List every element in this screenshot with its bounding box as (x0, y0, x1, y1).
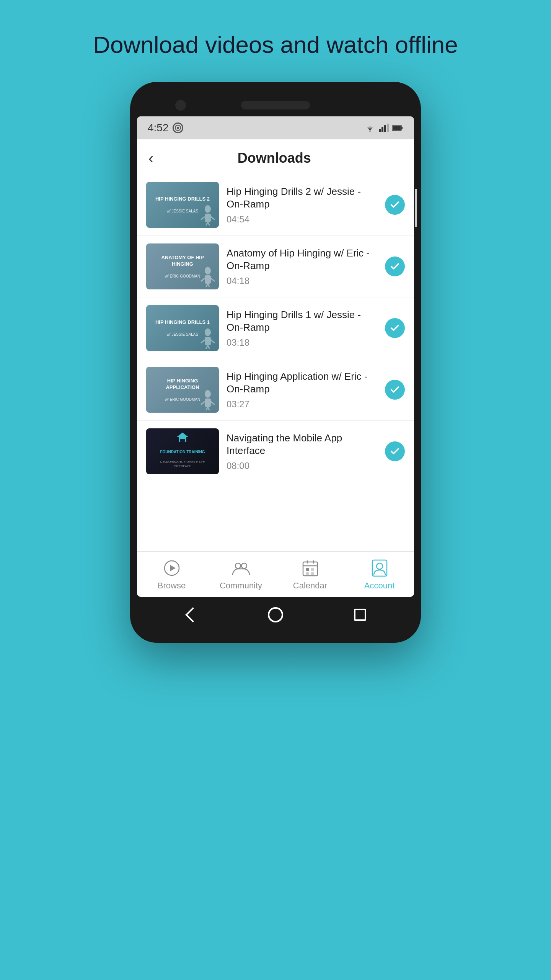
svg-rect-41 (303, 562, 318, 576)
svg-rect-6 (387, 124, 389, 132)
svg-rect-11 (205, 214, 211, 222)
video-list: HIP HINGING DRILLS 2 w/ JESSIE SALAS (137, 174, 414, 482)
video-duration: 03:27 (227, 399, 377, 410)
svg-line-12 (201, 217, 205, 220)
video-thumbnail: HIP HINGING DRILLS 1 w/ JESSIE SALAS (146, 305, 219, 351)
video-title: Hip Hinging Drills 2 w/ Jessie - On-Ramp (227, 185, 377, 211)
phone-screen: 4:52 (137, 116, 414, 597)
status-app-icon (173, 122, 183, 133)
status-right (364, 124, 403, 132)
svg-line-24 (201, 340, 205, 343)
nav-item-browse[interactable]: Browse (147, 559, 197, 591)
header-title: Downloads (161, 150, 387, 166)
svg-point-16 (205, 267, 211, 274)
svg-rect-9 (393, 126, 401, 130)
phone-shell: 4:52 (130, 82, 421, 643)
signal-icon (379, 124, 389, 132)
video-item[interactable]: FOUNDATION TRAINING NAVIGATING THE MOBIL… (137, 421, 414, 482)
svg-line-18 (201, 278, 205, 281)
video-duration: 04:54 (227, 214, 377, 225)
svg-rect-4 (381, 127, 383, 132)
phone-camera (175, 100, 186, 111)
nav-item-account[interactable]: Account (355, 559, 404, 591)
thumbnail-text: FOUNDATION TRAINING (150, 446, 215, 457)
community-icon (231, 559, 251, 578)
svg-point-40 (241, 563, 247, 568)
android-recents-button[interactable] (350, 605, 370, 624)
thumbnail-sub: NAVIGATING THE MOBILE APP INTERFACE (150, 457, 215, 472)
svg-rect-35 (180, 439, 185, 442)
calendar-icon (301, 559, 320, 578)
video-title: Hip Hinging Drills 1 w/ Jessie - On-Ramp (227, 309, 377, 335)
svg-rect-47 (306, 572, 309, 575)
video-title: Navigating the Mobile App Interface (227, 432, 377, 458)
svg-rect-5 (384, 125, 386, 132)
svg-line-15 (208, 222, 210, 225)
bottom-nav: Browse Community (137, 551, 414, 597)
back-button[interactable]: ‹ (148, 150, 153, 166)
svg-point-50 (377, 563, 383, 569)
phone-nav-buttons (137, 597, 414, 627)
video-title: Anatomy of Hip Hinging w/ Eric - On-Ramp (227, 247, 377, 273)
status-left: 4:52 (148, 122, 183, 134)
app-content: ‹ Downloads HIP HINGING DRILLS 2 w/ JESS… (137, 139, 414, 597)
nav-label-account: Account (364, 581, 395, 591)
android-back-button[interactable] (181, 605, 201, 624)
nav-label-calendar: Calendar (293, 581, 327, 591)
thumbnail-text: HIP HINGING DRILLS 2 (152, 193, 213, 206)
video-item[interactable]: ANATOMY OF HIP HINGING w/ ERIC GOODMAN (137, 236, 414, 297)
video-duration: 03:18 (227, 337, 377, 348)
download-check-icon (385, 195, 405, 215)
svg-point-1 (177, 127, 179, 129)
nav-item-calendar[interactable]: Calendar (285, 559, 335, 591)
video-thumbnail: ANATOMY OF HIP HINGING w/ ERIC GOODMAN (146, 243, 219, 289)
browse-icon (162, 559, 181, 578)
page-background-title: Download videos and watch offline (70, 31, 481, 59)
svg-rect-3 (379, 129, 381, 132)
thumbnail-text: HIP HINGING DRILLS 1 (152, 316, 213, 329)
svg-rect-29 (205, 399, 211, 407)
video-item[interactable]: HIP HINGING DRILLS 1 w/ JESSIE SALAS (137, 297, 414, 359)
nav-label-community: Community (220, 581, 262, 591)
video-thumbnail: FOUNDATION TRAINING NAVIGATING THE MOBIL… (146, 428, 219, 474)
video-info: Hip Hinging Application w/ Eric - On-Ram… (227, 370, 377, 410)
svg-point-22 (205, 328, 211, 336)
svg-rect-45 (306, 568, 309, 571)
download-check-icon (385, 256, 405, 276)
video-item[interactable]: HIP HINGING APPLICATION w/ ERIC GOODMAN (137, 359, 414, 421)
svg-rect-46 (311, 568, 314, 571)
download-check-icon (385, 318, 405, 338)
svg-point-28 (205, 390, 211, 398)
video-duration: 08:00 (227, 461, 377, 471)
svg-line-13 (211, 217, 215, 220)
svg-line-21 (208, 284, 210, 287)
svg-marker-38 (170, 565, 176, 571)
svg-point-39 (235, 563, 241, 568)
svg-point-2 (370, 131, 371, 132)
status-time: 4:52 (148, 122, 169, 134)
video-duration: 04:18 (227, 276, 377, 286)
svg-line-27 (208, 345, 210, 349)
svg-rect-48 (311, 572, 314, 575)
svg-point-10 (205, 205, 211, 213)
svg-line-30 (201, 402, 205, 405)
wifi-icon (364, 124, 376, 132)
download-check-icon (385, 441, 405, 461)
video-info: Navigating the Mobile App Interface 08:0… (227, 432, 377, 472)
android-home-button[interactable] (266, 605, 285, 624)
download-check-icon (385, 380, 405, 400)
video-thumbnail: HIP HINGING DRILLS 2 w/ JESSIE SALAS (146, 182, 219, 228)
svg-line-19 (211, 278, 215, 281)
nav-item-community[interactable]: Community (216, 559, 266, 591)
empty-space (137, 482, 414, 551)
video-info: Anatomy of Hip Hinging w/ Eric - On-Ramp… (227, 247, 377, 287)
phone-top (137, 93, 414, 116)
svg-line-33 (208, 407, 210, 410)
video-item[interactable]: HIP HINGING DRILLS 2 w/ JESSIE SALAS (137, 174, 414, 236)
svg-rect-8 (401, 127, 403, 129)
video-info: Hip Hinging Drills 2 w/ Jessie - On-Ramp… (227, 185, 377, 225)
scroll-indicator (415, 189, 417, 227)
svg-rect-17 (205, 275, 211, 284)
video-info: Hip Hinging Drills 1 w/ Jessie - On-Ramp… (227, 309, 377, 348)
app-header: ‹ Downloads (137, 139, 414, 174)
